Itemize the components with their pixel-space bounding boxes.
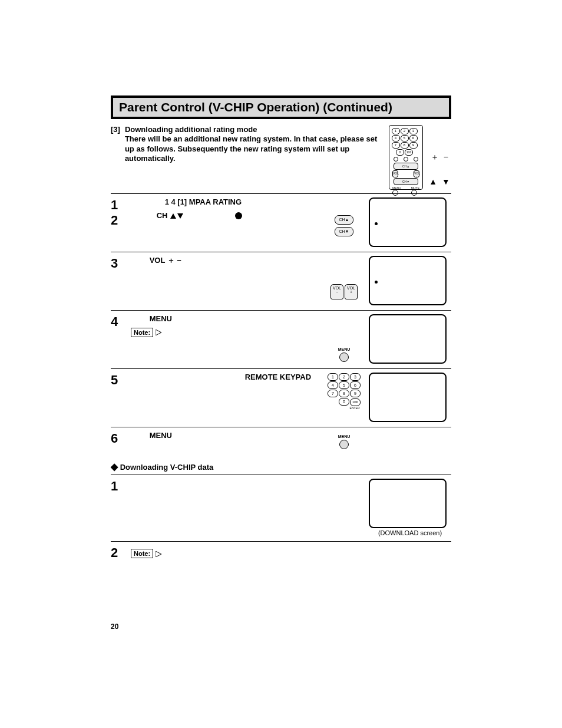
step-1-text: 1 4 [1] MPAA RATING	[165, 197, 242, 206]
step-b2: 2 Note:	[111, 542, 451, 565]
side-symbols: ＋ − ▲ ▼	[428, 125, 451, 186]
remote-vol-plus: VOL+	[414, 170, 419, 177]
step-b1: 1 (DOWNLOAD screen)	[111, 475, 451, 542]
intro-body: There will be an additional new rating s…	[125, 134, 377, 163]
remote-ch-dn: CH▼	[394, 178, 418, 185]
up-arrow-icon: ▲	[429, 177, 437, 186]
remote-key-6: 6	[409, 135, 418, 141]
step-3: 3 VOL ＋ − VOL−VOL+	[111, 252, 451, 311]
keypad-1: 1	[328, 373, 338, 381]
remote-mute-label: MUTE	[411, 186, 419, 190]
note-box-1: Note:	[131, 328, 153, 337]
remote-illustration: 123 456 789 0100 CH▲ VOL– VOL+ CH▼ MENU …	[389, 125, 423, 190]
remote-key-0: 0	[396, 149, 404, 156]
svg-marker-0	[156, 330, 161, 335]
step-6-num: 6	[111, 431, 124, 446]
remote-mute-btn	[411, 190, 417, 196]
intro-text: Downloading additional rating mode There…	[125, 125, 381, 163]
menu-button-icon-1: MENU	[338, 347, 351, 362]
up-triangle-icon	[170, 213, 176, 219]
keypad-100: 100	[350, 398, 361, 406]
step-4-num: 4	[111, 314, 124, 330]
down-triangle-icon	[177, 213, 183, 219]
step-5: 5 REMOTE KEYPAD 123 456 789 0100 ENTER	[111, 369, 451, 427]
remote-key-1: 1	[392, 128, 400, 134]
bullet-heading: ◆ Downloading V-CHIP data	[111, 461, 451, 472]
dot-icon	[235, 212, 242, 219]
step-6-menu-label: MENU	[150, 431, 172, 440]
remote-menu-label: MENU	[392, 186, 401, 190]
step-1-2: 1 2 1 4 [1] MPAA RATING CH CH▲	[111, 194, 451, 252]
keypad-4: 4	[328, 381, 338, 389]
screen-box-1	[369, 197, 447, 247]
steps-section-b: 1 (DOWNLOAD screen) 2 Note:	[111, 475, 451, 565]
vol-plus-button: VOL+	[345, 284, 358, 299]
remote-key-9: 9	[409, 142, 418, 149]
keypad-0: 0	[339, 398, 349, 406]
screen-box-4	[369, 373, 447, 422]
title-bar: Parent Control (V-CHIP Operation) (Conti…	[111, 95, 451, 119]
remote-key-100: 100	[405, 149, 413, 156]
remote-vol-minus: VOL–	[392, 170, 398, 177]
keypad-9: 9	[350, 390, 361, 397]
keypad-8: 8	[339, 390, 349, 397]
menu-button-icon-2: MENU	[338, 434, 351, 449]
remote-ch-up: CH▲	[394, 163, 418, 170]
step-b1-num: 1	[111, 479, 124, 494]
remote-menu-btn	[392, 190, 398, 196]
plus-symbol: ＋	[431, 152, 439, 162]
step-5-num: 5	[111, 373, 124, 388]
vol-minus-button: VOL−	[330, 284, 343, 299]
screen-caption-download: (DOWNLOAD screen)	[369, 529, 451, 536]
step-4: 4 MENU Note: MENU	[111, 311, 451, 369]
step-b2-num: 2	[111, 545, 124, 561]
svg-marker-1	[156, 551, 161, 557]
page-number: 20	[111, 622, 118, 631]
keypad-5: 5	[339, 381, 349, 389]
step-2-ch-label: CH	[157, 211, 168, 220]
intro-block: [3] Downloading additional rating mode T…	[111, 125, 451, 190]
down-arrow-icon: ▼	[442, 177, 450, 186]
page: Parent Control (V-CHIP Operation) (Conti…	[0, 0, 562, 728]
ch-down-button: CH▼	[335, 227, 353, 236]
steps-section-a: 1 2 1 4 [1] MPAA RATING CH CH▲	[111, 193, 451, 454]
step-6: 6 MENU MENU	[111, 427, 451, 454]
keypad-2: 2	[339, 373, 349, 381]
step-3-num: 3	[111, 256, 124, 271]
step-1-num: 1	[111, 197, 124, 213]
remote-key-8: 8	[401, 142, 409, 149]
remote-key-3: 3	[409, 128, 418, 134]
screen-box-3	[369, 314, 447, 364]
ch-up-button: CH▲	[335, 215, 353, 225]
keypad-icon: 123 456 789 0100 ENTER	[326, 373, 362, 411]
remote-key-5: 5	[401, 135, 409, 141]
step-4-menu-label: MENU	[150, 314, 172, 323]
step-3-vol-label: VOL ＋ −	[150, 256, 181, 265]
screen-box-download	[369, 479, 447, 528]
keypad-3: 3	[350, 373, 361, 381]
keypad-7: 7	[328, 390, 338, 397]
step-2-num: 2	[111, 213, 124, 228]
step-5-keypad-label: REMOTE KEYPAD	[245, 373, 311, 381]
remote-key-4: 4	[392, 135, 400, 141]
note-box-2: Note:	[131, 549, 153, 558]
keypad-enter-label: ENTER	[328, 406, 361, 410]
remote-key-7: 7	[392, 142, 400, 149]
keypad-6: 6	[350, 381, 361, 389]
screen-box-2	[369, 256, 447, 305]
intro-heading: Downloading additional rating mode	[125, 125, 257, 134]
intro-bracket: [3]	[111, 125, 120, 134]
minus-symbol: −	[444, 152, 448, 162]
page-title: Parent Control (V-CHIP Operation) (Conti…	[119, 100, 443, 114]
note-flag-icon-2	[156, 551, 165, 557]
remote-key-2: 2	[401, 128, 409, 134]
note-flag-icon	[156, 330, 165, 335]
